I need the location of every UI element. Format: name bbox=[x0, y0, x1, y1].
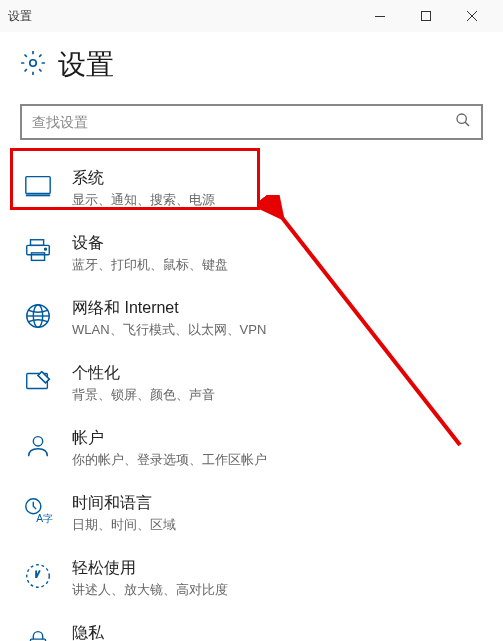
gear-icon bbox=[20, 50, 46, 80]
item-title: 轻松使用 bbox=[72, 558, 481, 579]
item-text: 设备 蓝牙、打印机、鼠标、键盘 bbox=[72, 233, 481, 274]
settings-item-ease-of-access[interactable]: 轻松使用 讲述人、放大镜、高对比度 bbox=[14, 546, 489, 611]
paintbrush-icon bbox=[22, 365, 54, 397]
item-desc: WLAN、飞行模式、以太网、VPN bbox=[72, 321, 481, 339]
settings-item-personalization[interactable]: 个性化 背景、锁屏、颜色、声音 bbox=[14, 351, 489, 416]
window-title: 设置 bbox=[8, 8, 357, 25]
window-controls bbox=[357, 0, 495, 32]
svg-rect-9 bbox=[31, 253, 44, 261]
settings-item-accounts[interactable]: 帐户 你的帐户、登录选项、工作区帐户 bbox=[14, 416, 489, 481]
svg-rect-0 bbox=[375, 16, 385, 17]
item-desc: 讲述人、放大镜、高对比度 bbox=[72, 581, 481, 599]
item-title: 个性化 bbox=[72, 363, 481, 384]
titlebar: 设置 bbox=[0, 0, 503, 32]
search-input[interactable] bbox=[22, 114, 445, 130]
display-icon bbox=[22, 170, 54, 202]
settings-item-network[interactable]: 网络和 Internet WLAN、飞行模式、以太网、VPN bbox=[14, 286, 489, 351]
globe-icon bbox=[22, 300, 54, 332]
maximize-button[interactable] bbox=[403, 0, 449, 32]
item-title: 帐户 bbox=[72, 428, 481, 449]
item-text: 网络和 Internet WLAN、飞行模式、以太网、VPN bbox=[72, 298, 481, 339]
svg-rect-7 bbox=[31, 240, 44, 246]
item-text: 轻松使用 讲述人、放大镜、高对比度 bbox=[72, 558, 481, 599]
svg-point-10 bbox=[45, 248, 47, 250]
item-title: 系统 bbox=[72, 168, 481, 189]
settings-item-system[interactable]: 系统 显示、通知、搜索、电源 bbox=[14, 156, 489, 221]
settings-item-time-language[interactable]: A字 时间和语言 日期、时间、区域 bbox=[14, 481, 489, 546]
settings-list: 系统 显示、通知、搜索、电源 设备 蓝牙、打印机、鼠标、键盘 网络和 Inter… bbox=[0, 156, 503, 641]
item-text: 时间和语言 日期、时间、区域 bbox=[72, 493, 481, 534]
item-text: 隐私 位置、摄像头、麦克风 bbox=[72, 623, 481, 641]
item-desc: 显示、通知、搜索、电源 bbox=[72, 191, 481, 209]
item-desc: 日期、时间、区域 bbox=[72, 516, 481, 534]
close-button[interactable] bbox=[449, 0, 495, 32]
settings-item-privacy[interactable]: 隐私 位置、摄像头、麦克风 bbox=[14, 611, 489, 641]
item-text: 系统 显示、通知、搜索、电源 bbox=[72, 168, 481, 209]
ease-of-access-icon bbox=[22, 560, 54, 592]
svg-point-2 bbox=[30, 60, 37, 67]
item-title: 时间和语言 bbox=[72, 493, 481, 514]
settings-item-devices[interactable]: 设备 蓝牙、打印机、鼠标、键盘 bbox=[14, 221, 489, 286]
minimize-button[interactable] bbox=[357, 0, 403, 32]
svg-text:A字: A字 bbox=[36, 513, 53, 524]
time-language-icon: A字 bbox=[22, 495, 54, 527]
svg-point-15 bbox=[33, 437, 42, 446]
item-title: 网络和 Internet bbox=[72, 298, 481, 319]
item-title: 隐私 bbox=[72, 623, 481, 641]
printer-icon bbox=[22, 235, 54, 267]
search-icon bbox=[445, 112, 481, 132]
page-header: 设置 bbox=[0, 32, 503, 104]
item-text: 个性化 背景、锁屏、颜色、声音 bbox=[72, 363, 481, 404]
item-text: 帐户 你的帐户、登录选项、工作区帐户 bbox=[72, 428, 481, 469]
item-title: 设备 bbox=[72, 233, 481, 254]
svg-rect-5 bbox=[26, 177, 50, 194]
item-desc: 蓝牙、打印机、鼠标、键盘 bbox=[72, 256, 481, 274]
item-desc: 背景、锁屏、颜色、声音 bbox=[72, 386, 481, 404]
item-desc: 你的帐户、登录选项、工作区帐户 bbox=[72, 451, 481, 469]
search-container bbox=[0, 104, 503, 156]
search-box[interactable] bbox=[20, 104, 483, 140]
lock-icon bbox=[22, 625, 54, 641]
svg-line-4 bbox=[465, 122, 469, 126]
svg-point-3 bbox=[457, 114, 466, 123]
person-icon bbox=[22, 430, 54, 462]
svg-rect-1 bbox=[422, 12, 431, 21]
page-title: 设置 bbox=[58, 46, 114, 84]
